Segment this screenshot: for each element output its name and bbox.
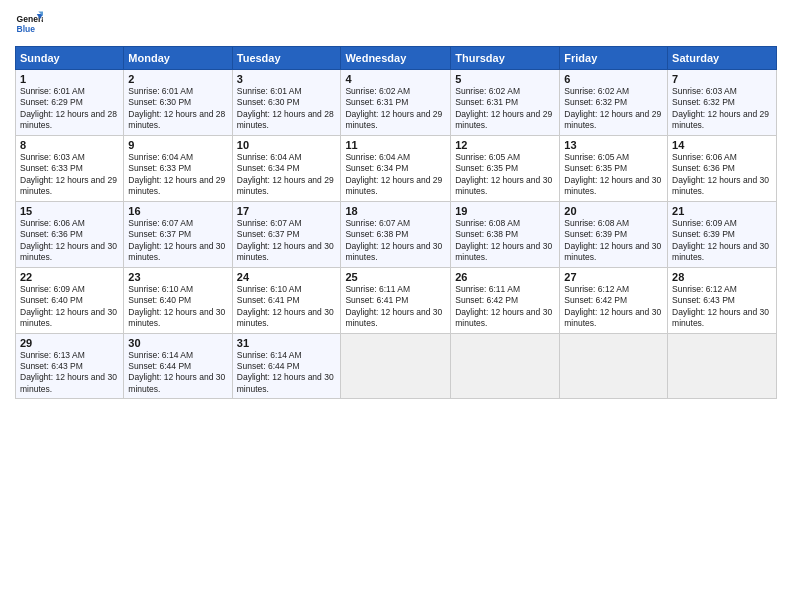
svg-text:Blue: Blue (17, 24, 36, 34)
day-number: 26 (455, 271, 555, 283)
calendar-cell (341, 333, 451, 399)
day-info: Sunrise: 6:09 AM Sunset: 6:40 PM Dayligh… (20, 284, 119, 330)
col-header-monday: Monday (124, 47, 232, 70)
day-number: 28 (672, 271, 772, 283)
calendar-cell: 26Sunrise: 6:11 AM Sunset: 6:42 PM Dayli… (451, 267, 560, 333)
day-number: 20 (564, 205, 663, 217)
day-number: 22 (20, 271, 119, 283)
day-number: 24 (237, 271, 337, 283)
calendar-cell: 11Sunrise: 6:04 AM Sunset: 6:34 PM Dayli… (341, 135, 451, 201)
calendar-cell: 17Sunrise: 6:07 AM Sunset: 6:37 PM Dayli… (232, 201, 341, 267)
col-header-friday: Friday (560, 47, 668, 70)
day-info: Sunrise: 6:05 AM Sunset: 6:35 PM Dayligh… (564, 152, 663, 198)
day-number: 3 (237, 73, 337, 85)
calendar-cell: 2Sunrise: 6:01 AM Sunset: 6:30 PM Daylig… (124, 70, 232, 136)
calendar-cell: 3Sunrise: 6:01 AM Sunset: 6:30 PM Daylig… (232, 70, 341, 136)
calendar-table: SundayMondayTuesdayWednesdayThursdayFrid… (15, 46, 777, 399)
col-header-tuesday: Tuesday (232, 47, 341, 70)
day-number: 18 (345, 205, 446, 217)
calendar-cell: 13Sunrise: 6:05 AM Sunset: 6:35 PM Dayli… (560, 135, 668, 201)
day-number: 14 (672, 139, 772, 151)
calendar-cell (668, 333, 777, 399)
day-number: 19 (455, 205, 555, 217)
day-number: 10 (237, 139, 337, 151)
day-info: Sunrise: 6:07 AM Sunset: 6:38 PM Dayligh… (345, 218, 446, 264)
day-number: 15 (20, 205, 119, 217)
calendar-cell: 5Sunrise: 6:02 AM Sunset: 6:31 PM Daylig… (451, 70, 560, 136)
day-info: Sunrise: 6:08 AM Sunset: 6:38 PM Dayligh… (455, 218, 555, 264)
day-info: Sunrise: 6:06 AM Sunset: 6:36 PM Dayligh… (20, 218, 119, 264)
day-number: 16 (128, 205, 227, 217)
day-info: Sunrise: 6:11 AM Sunset: 6:42 PM Dayligh… (455, 284, 555, 330)
day-number: 13 (564, 139, 663, 151)
day-info: Sunrise: 6:01 AM Sunset: 6:30 PM Dayligh… (237, 86, 337, 132)
calendar-cell: 9Sunrise: 6:04 AM Sunset: 6:33 PM Daylig… (124, 135, 232, 201)
calendar-cell: 6Sunrise: 6:02 AM Sunset: 6:32 PM Daylig… (560, 70, 668, 136)
day-number: 29 (20, 337, 119, 349)
day-number: 4 (345, 73, 446, 85)
col-header-saturday: Saturday (668, 47, 777, 70)
calendar-cell: 19Sunrise: 6:08 AM Sunset: 6:38 PM Dayli… (451, 201, 560, 267)
calendar-cell: 10Sunrise: 6:04 AM Sunset: 6:34 PM Dayli… (232, 135, 341, 201)
calendar-cell (451, 333, 560, 399)
day-info: Sunrise: 6:10 AM Sunset: 6:40 PM Dayligh… (128, 284, 227, 330)
day-info: Sunrise: 6:02 AM Sunset: 6:32 PM Dayligh… (564, 86, 663, 132)
logo: General Blue (15, 10, 43, 38)
day-info: Sunrise: 6:07 AM Sunset: 6:37 PM Dayligh… (237, 218, 337, 264)
calendar-cell: 23Sunrise: 6:10 AM Sunset: 6:40 PM Dayli… (124, 267, 232, 333)
day-number: 5 (455, 73, 555, 85)
day-info: Sunrise: 6:04 AM Sunset: 6:34 PM Dayligh… (345, 152, 446, 198)
col-header-thursday: Thursday (451, 47, 560, 70)
day-info: Sunrise: 6:09 AM Sunset: 6:39 PM Dayligh… (672, 218, 772, 264)
day-info: Sunrise: 6:14 AM Sunset: 6:44 PM Dayligh… (128, 350, 227, 396)
col-header-wednesday: Wednesday (341, 47, 451, 70)
calendar-cell: 31Sunrise: 6:14 AM Sunset: 6:44 PM Dayli… (232, 333, 341, 399)
calendar-cell: 16Sunrise: 6:07 AM Sunset: 6:37 PM Dayli… (124, 201, 232, 267)
day-number: 2 (128, 73, 227, 85)
day-number: 21 (672, 205, 772, 217)
calendar-cell: 21Sunrise: 6:09 AM Sunset: 6:39 PM Dayli… (668, 201, 777, 267)
day-number: 11 (345, 139, 446, 151)
day-info: Sunrise: 6:05 AM Sunset: 6:35 PM Dayligh… (455, 152, 555, 198)
calendar-cell: 25Sunrise: 6:11 AM Sunset: 6:41 PM Dayli… (341, 267, 451, 333)
day-number: 31 (237, 337, 337, 349)
calendar-cell: 24Sunrise: 6:10 AM Sunset: 6:41 PM Dayli… (232, 267, 341, 333)
day-number: 25 (345, 271, 446, 283)
calendar-cell: 18Sunrise: 6:07 AM Sunset: 6:38 PM Dayli… (341, 201, 451, 267)
day-info: Sunrise: 6:03 AM Sunset: 6:33 PM Dayligh… (20, 152, 119, 198)
calendar-cell: 8Sunrise: 6:03 AM Sunset: 6:33 PM Daylig… (16, 135, 124, 201)
day-info: Sunrise: 6:08 AM Sunset: 6:39 PM Dayligh… (564, 218, 663, 264)
day-info: Sunrise: 6:07 AM Sunset: 6:37 PM Dayligh… (128, 218, 227, 264)
day-info: Sunrise: 6:11 AM Sunset: 6:41 PM Dayligh… (345, 284, 446, 330)
calendar-cell: 30Sunrise: 6:14 AM Sunset: 6:44 PM Dayli… (124, 333, 232, 399)
day-info: Sunrise: 6:04 AM Sunset: 6:33 PM Dayligh… (128, 152, 227, 198)
col-header-sunday: Sunday (16, 47, 124, 70)
calendar-cell: 27Sunrise: 6:12 AM Sunset: 6:42 PM Dayli… (560, 267, 668, 333)
day-info: Sunrise: 6:12 AM Sunset: 6:42 PM Dayligh… (564, 284, 663, 330)
day-number: 23 (128, 271, 227, 283)
day-number: 17 (237, 205, 337, 217)
day-info: Sunrise: 6:01 AM Sunset: 6:30 PM Dayligh… (128, 86, 227, 132)
day-info: Sunrise: 6:10 AM Sunset: 6:41 PM Dayligh… (237, 284, 337, 330)
calendar-cell: 14Sunrise: 6:06 AM Sunset: 6:36 PM Dayli… (668, 135, 777, 201)
calendar-cell: 12Sunrise: 6:05 AM Sunset: 6:35 PM Dayli… (451, 135, 560, 201)
calendar-cell: 1Sunrise: 6:01 AM Sunset: 6:29 PM Daylig… (16, 70, 124, 136)
calendar-cell: 22Sunrise: 6:09 AM Sunset: 6:40 PM Dayli… (16, 267, 124, 333)
day-info: Sunrise: 6:03 AM Sunset: 6:32 PM Dayligh… (672, 86, 772, 132)
day-number: 27 (564, 271, 663, 283)
calendar-cell: 7Sunrise: 6:03 AM Sunset: 6:32 PM Daylig… (668, 70, 777, 136)
day-info: Sunrise: 6:14 AM Sunset: 6:44 PM Dayligh… (237, 350, 337, 396)
day-info: Sunrise: 6:02 AM Sunset: 6:31 PM Dayligh… (345, 86, 446, 132)
day-info: Sunrise: 6:06 AM Sunset: 6:36 PM Dayligh… (672, 152, 772, 198)
day-info: Sunrise: 6:04 AM Sunset: 6:34 PM Dayligh… (237, 152, 337, 198)
page-header: General Blue (15, 10, 777, 38)
day-info: Sunrise: 6:13 AM Sunset: 6:43 PM Dayligh… (20, 350, 119, 396)
day-number: 8 (20, 139, 119, 151)
calendar-cell (560, 333, 668, 399)
day-info: Sunrise: 6:02 AM Sunset: 6:31 PM Dayligh… (455, 86, 555, 132)
calendar-cell: 29Sunrise: 6:13 AM Sunset: 6:43 PM Dayli… (16, 333, 124, 399)
day-number: 6 (564, 73, 663, 85)
day-number: 1 (20, 73, 119, 85)
day-info: Sunrise: 6:12 AM Sunset: 6:43 PM Dayligh… (672, 284, 772, 330)
day-number: 9 (128, 139, 227, 151)
